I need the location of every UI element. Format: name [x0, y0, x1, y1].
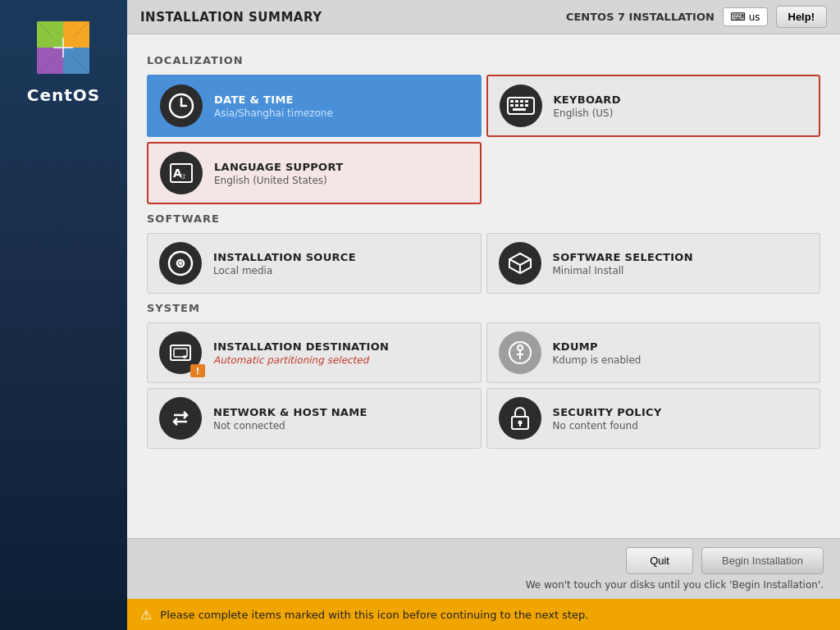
date-time-title: DATE & TIME	[214, 94, 333, 106]
security-text: SECURITY POLICY No content found	[553, 406, 662, 431]
language-subtitle: English (United States)	[214, 175, 343, 186]
clock-svg	[168, 93, 194, 119]
source-icon-wrapper	[159, 242, 202, 285]
main-panel: INSTALLATION SUMMARY CENTOS 7 INSTALLATI…	[127, 0, 840, 630]
keyboard-lang: us	[749, 11, 760, 23]
warning-triangle-icon: !	[190, 364, 205, 377]
date-time-subtitle: Asia/Shanghai timezone	[214, 107, 333, 119]
disc-icon	[159, 242, 202, 285]
network-svg	[167, 405, 194, 431]
hdd-svg	[168, 340, 193, 365]
language-text: LANGUAGE SUPPORT English (United States)	[214, 161, 343, 186]
svg-rect-22	[510, 104, 514, 107]
clock-icon	[160, 84, 203, 127]
security-subtitle: No content found	[553, 420, 662, 431]
tile-software-selection[interactable]: SOFTWARE SELECTION Minimal Install	[486, 233, 821, 294]
lock-svg	[509, 405, 532, 431]
footer-warning-icon: ⚠	[140, 607, 152, 623]
topbar: INSTALLATION SUMMARY CENTOS 7 INSTALLATI…	[127, 0, 840, 34]
svg-point-32	[179, 262, 182, 265]
destination-title: INSTALLATION DESTINATION	[213, 340, 389, 353]
lock-icon	[499, 397, 541, 440]
content-area: LOCALIZATION DATE & TIME Asia/Shanghai t…	[127, 34, 840, 538]
svg-rect-10	[53, 38, 62, 47]
keyboard-svg	[507, 97, 535, 115]
software-icon-wrapper	[499, 242, 541, 285]
keyboard-tile-icon	[500, 84, 542, 127]
tile-kdump[interactable]: KDUMP Kdump is enabled	[486, 322, 821, 383]
network-subtitle: Not connected	[213, 420, 368, 431]
warning-footer: ⚠ Please complete items marked with this…	[127, 599, 840, 630]
svg-rect-19	[515, 100, 518, 103]
svg-rect-26	[513, 108, 526, 111]
destination-subtitle: Automatic partitioning selected	[213, 354, 389, 366]
kdump-subtitle: Kdump is enabled	[553, 354, 641, 366]
topbar-right: CENTOS 7 INSTALLATION ⌨ us Help!	[566, 6, 827, 28]
keyboard-text: KEYBOARD English (US)	[554, 94, 621, 119]
package-icon	[499, 242, 541, 285]
page-title: INSTALLATION SUMMARY	[140, 10, 322, 25]
language-svg: A α	[169, 161, 194, 185]
kdump-svg	[507, 340, 533, 366]
svg-rect-24	[520, 104, 523, 107]
system-heading: SYSTEM	[147, 302, 820, 314]
disc-svg	[167, 250, 194, 276]
tile-language-support[interactable]: A α LANGUAGE SUPPORT English (United Sta…	[147, 142, 482, 204]
kdump-icon-wrapper	[499, 331, 541, 374]
package-svg	[508, 251, 532, 276]
brand-name: CentOS	[27, 85, 100, 105]
keyboard-title: KEYBOARD	[554, 94, 621, 106]
help-button[interactable]: Help!	[776, 6, 828, 28]
kdump-text: KDUMP Kdump is enabled	[553, 340, 641, 366]
system-tiles: ! INSTALLATION DESTINATION Automatic par…	[147, 322, 820, 449]
bottom-buttons: Quit Begin Installation	[626, 547, 824, 574]
svg-point-43	[518, 421, 522, 425]
destination-icon-wrapper: !	[159, 331, 202, 374]
software-tiles: INSTALLATION SOURCE Local media	[147, 233, 820, 294]
kdump-icon	[499, 331, 541, 374]
tile-installation-destination[interactable]: ! INSTALLATION DESTINATION Automatic par…	[147, 322, 482, 383]
svg-point-39	[518, 345, 523, 350]
quit-button[interactable]: Quit	[626, 547, 693, 574]
keyboard-indicator: ⌨ us	[723, 7, 768, 26]
security-icon-wrapper	[499, 397, 541, 440]
svg-text:α: α	[180, 171, 186, 180]
tile-installation-source[interactable]: INSTALLATION SOURCE Local media	[147, 233, 482, 294]
tile-keyboard[interactable]: KEYBOARD English (US)	[486, 75, 821, 137]
centos-logo-icon	[30, 15, 96, 80]
keyboard-icon: ⌨	[730, 11, 746, 23]
tile-network[interactable]: NETWORK & HOST NAME Not connected	[147, 388, 482, 449]
source-text: INSTALLATION SOURCE Local media	[213, 251, 356, 276]
date-time-icon-wrapper	[160, 84, 203, 127]
bottom-note: We won't touch your disks until you clic…	[526, 579, 824, 591]
software-title: SOFTWARE SELECTION	[553, 251, 693, 263]
software-heading: SOFTWARE	[147, 212, 820, 225]
logo-container: CentOS	[27, 15, 100, 105]
svg-rect-13	[53, 48, 62, 57]
language-icon-wrapper: A α	[160, 152, 203, 194]
bottom-bar: Quit Begin Installation We won't touch y…	[127, 538, 840, 599]
destination-text: INSTALLATION DESTINATION Automatic parti…	[213, 340, 389, 366]
source-title: INSTALLATION SOURCE	[213, 251, 356, 263]
language-title: LANGUAGE SUPPORT	[214, 161, 343, 173]
network-icon-wrapper	[159, 397, 202, 440]
svg-rect-12	[64, 48, 73, 57]
software-text: SOFTWARE SELECTION Minimal Install	[553, 251, 693, 276]
tile-date-time[interactable]: DATE & TIME Asia/Shanghai timezone	[147, 75, 482, 137]
tile-security-policy[interactable]: SECURITY POLICY No content found	[486, 388, 821, 449]
localization-heading: LOCALIZATION	[147, 54, 820, 66]
localization-tiles: DATE & TIME Asia/Shanghai timezone	[147, 75, 820, 204]
svg-rect-18	[510, 100, 514, 103]
security-title: SECURITY POLICY	[553, 406, 662, 418]
network-icon	[159, 397, 202, 440]
keyboard-subtitle: English (US)	[554, 107, 621, 119]
installation-label: CENTOS 7 INSTALLATION	[566, 11, 714, 23]
footer-warning-text: Please complete items marked with this i…	[160, 609, 588, 621]
date-time-text: DATE & TIME Asia/Shanghai timezone	[214, 94, 333, 119]
language-icon: A α	[160, 152, 203, 194]
svg-rect-23	[515, 104, 518, 107]
network-text: NETWORK & HOST NAME Not connected	[213, 406, 368, 431]
begin-installation-button[interactable]: Begin Installation	[701, 547, 824, 574]
svg-rect-21	[525, 100, 528, 103]
kdump-title: KDUMP	[553, 340, 641, 353]
